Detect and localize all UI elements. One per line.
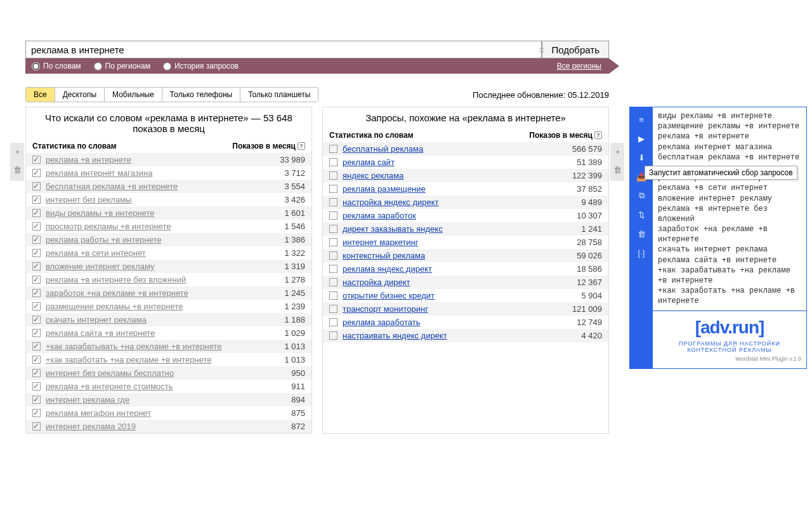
keyword-link[interactable]: открытие бизнес кредит	[343, 291, 435, 300]
row-checkbox[interactable]	[329, 211, 337, 220]
row-checkbox[interactable]	[32, 209, 41, 217]
keyword-link[interactable]: интернет реклама 2019	[46, 422, 136, 431]
row-checkbox[interactable]	[32, 382, 41, 391]
row-checkbox[interactable]	[32, 396, 41, 404]
keyword-link[interactable]: настройка яндекс директ	[343, 197, 438, 207]
keyword-link[interactable]: заработок +на рекламе +в интернете	[46, 288, 188, 298]
copy-icon[interactable]: ⧉	[633, 187, 650, 204]
row-checkbox[interactable]	[32, 262, 41, 271]
menu-icon[interactable]: ≡	[633, 111, 650, 128]
radio-regions[interactable]: По регионам	[88, 62, 157, 70]
row-checkbox[interactable]	[32, 222, 41, 231]
row-checkbox[interactable]	[329, 265, 337, 273]
row-checkbox[interactable]	[32, 302, 41, 311]
row-checkbox[interactable]	[329, 158, 337, 166]
keyword-link[interactable]: +как зарабатывать +на рекламе +в интерне…	[46, 342, 222, 351]
row-checkbox[interactable]	[32, 156, 41, 164]
seg-all[interactable]: Все	[26, 88, 55, 102]
keyword-link[interactable]: реклама заработок	[343, 211, 416, 220]
row-checkbox[interactable]	[329, 318, 337, 326]
keyword-link[interactable]: интернет реклама где	[46, 395, 129, 404]
right-handle[interactable]: ＋ 🗑	[610, 143, 624, 181]
row-checkbox[interactable]	[329, 171, 337, 180]
plugin-ad[interactable]: [adv.run] ПРОГРАММЫ ДЛЯ НАСТРОЙКИ КОНТЕК…	[653, 311, 806, 368]
left-handle[interactable]: ＋ 🗑	[10, 143, 24, 181]
row-checkbox[interactable]	[329, 225, 337, 233]
keyword-link[interactable]: +как заработать +на рекламе +в интернете	[46, 355, 212, 364]
row-checkbox[interactable]	[32, 316, 41, 324]
row-checkbox[interactable]	[32, 249, 41, 257]
row-checkbox[interactable]	[32, 169, 41, 177]
keyword-link[interactable]: вложение интернет рекламу	[46, 262, 155, 271]
row-checkbox[interactable]	[32, 276, 41, 284]
row-checkbox[interactable]	[329, 198, 337, 206]
row-checkbox[interactable]	[32, 182, 41, 190]
keyword-link[interactable]: бесплатная реклама +в интернете	[46, 182, 178, 191]
keyword-link[interactable]: реклама заработать	[343, 318, 420, 327]
keyword-link[interactable]: настройка директ	[343, 277, 410, 287]
plus-icon[interactable]: ＋	[10, 143, 24, 161]
keyword-link[interactable]: реклама сайт	[343, 157, 395, 167]
search-input[interactable]	[25, 41, 542, 58]
row-checkbox[interactable]	[32, 356, 41, 364]
keyword-link[interactable]: просмотр рекламы +в интернете	[46, 222, 171, 231]
trash-icon[interactable]: 🗑	[610, 161, 624, 178]
keyword-link[interactable]: виды рекламы +в интернете	[46, 208, 155, 218]
keyword-link[interactable]: интернет маркетинг	[343, 237, 418, 247]
keyword-link[interactable]: интернет без рекламы бесплатно	[46, 368, 174, 378]
row-checkbox[interactable]	[32, 329, 41, 337]
plus-icon[interactable]: ＋	[610, 143, 624, 161]
keyword-link[interactable]: реклама интернет магазина	[46, 168, 152, 178]
keyword-link[interactable]: реклама сайта +в интернете	[46, 328, 155, 338]
brackets-icon[interactable]: [·]	[633, 244, 650, 261]
keyword-link[interactable]: реклама работы +в интернете	[46, 235, 161, 244]
row-checkbox[interactable]	[32, 409, 41, 417]
keyword-link[interactable]: реклама размещение	[343, 184, 426, 194]
row-checkbox[interactable]	[329, 331, 337, 340]
keyword-link[interactable]: настраивать яндекс директ	[343, 331, 447, 340]
keyword-link[interactable]: реклама +в интернете без вложений	[46, 275, 186, 284]
all-regions-link[interactable]: Все регионы	[557, 62, 601, 70]
row-checkbox[interactable]	[32, 236, 41, 244]
download-icon[interactable]: ⬇	[633, 149, 650, 166]
row-checkbox[interactable]	[32, 369, 41, 377]
row-checkbox[interactable]	[329, 145, 337, 153]
keyword-link[interactable]: реклама яндекс директ	[343, 264, 432, 274]
row-checkbox[interactable]	[329, 278, 337, 286]
row-checkbox[interactable]	[329, 291, 337, 300]
keyword-link[interactable]: контекстный реклама	[343, 251, 425, 260]
keyword-link[interactable]: бесплатный реклама	[343, 144, 423, 154]
seg-phone[interactable]: Только телефоны	[162, 88, 241, 102]
seg-mobile[interactable]: Мобильные	[105, 88, 162, 102]
submit-button[interactable]: Подобрать	[542, 41, 609, 58]
row-checkbox[interactable]	[32, 342, 41, 351]
keyword-link[interactable]: размещение рекламы +в интернете	[46, 302, 183, 311]
trash-icon[interactable]: 🗑	[10, 161, 24, 178]
clear-icon[interactable]: ✕	[538, 45, 546, 55]
row-checkbox[interactable]	[329, 251, 337, 260]
row-checkbox[interactable]	[329, 185, 337, 193]
sort-icon[interactable]: ⇅	[633, 206, 650, 223]
keyword-link[interactable]: скачать интернет реклама	[46, 315, 147, 324]
row-checkbox[interactable]	[32, 196, 41, 204]
trash-icon[interactable]: 🗑	[633, 225, 650, 242]
seg-desktop[interactable]: Десктопы	[55, 88, 105, 102]
help-icon[interactable]: ?	[298, 142, 305, 150]
keyword-link[interactable]: реклама +в интернете стоимость	[46, 382, 173, 391]
row-checkbox[interactable]	[32, 289, 41, 297]
keyword-link[interactable]: транспорт мониторинг	[343, 304, 428, 314]
help-icon[interactable]: ?	[594, 131, 602, 139]
radio-history[interactable]: История запросов	[157, 62, 245, 70]
keyword-link[interactable]: реклама +в интернете	[46, 155, 131, 164]
play-icon[interactable]: ▶	[633, 130, 650, 147]
keyword-link[interactable]: реклама +в сети интернет	[46, 248, 146, 258]
keyword-link[interactable]: яндекс реклама	[343, 171, 403, 180]
radio-words[interactable]: По словам	[25, 62, 88, 70]
keyword-link[interactable]: интернет без рекламы	[46, 195, 131, 204]
keyword-link[interactable]: реклама мегафон интернет	[46, 408, 151, 418]
seg-tablet[interactable]: Только планшеты	[240, 88, 318, 102]
row-checkbox[interactable]	[329, 305, 337, 313]
row-checkbox[interactable]	[329, 238, 337, 246]
keyword-link[interactable]: директ заказывать яндекс	[343, 224, 443, 234]
row-checkbox[interactable]	[32, 422, 41, 431]
